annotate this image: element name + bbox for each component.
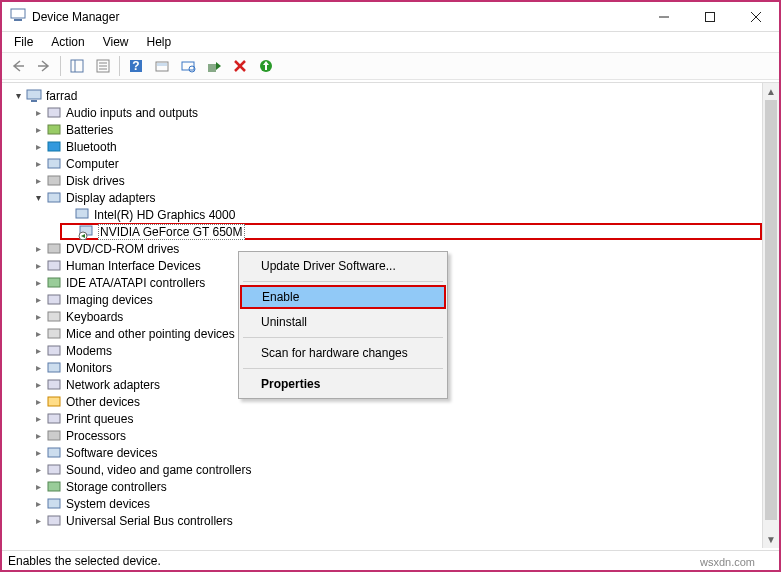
svg-rect-42 — [48, 346, 60, 355]
minimize-button[interactable] — [641, 2, 687, 32]
tree-item[interactable]: ▸Sound, video and game controllers — [32, 461, 762, 478]
tree-item[interactable]: ▸Batteries — [32, 121, 762, 138]
expand-icon[interactable]: ▸ — [32, 362, 44, 374]
back-button[interactable] — [6, 54, 30, 78]
expand-icon[interactable]: ▸ — [32, 260, 44, 272]
tree-root[interactable]: ▾farrad — [12, 87, 762, 104]
tree-item[interactable]: ▸Software devices — [32, 444, 762, 461]
expand-icon[interactable]: ▸ — [32, 158, 44, 170]
expand-icon[interactable]: ▸ — [32, 175, 44, 187]
ctx-separator — [243, 281, 443, 282]
device-icon — [46, 241, 62, 257]
enable-device-button[interactable] — [202, 54, 226, 78]
svg-rect-46 — [48, 414, 60, 423]
expand-icon[interactable]: ▸ — [32, 464, 44, 476]
expand-icon[interactable]: ▸ — [32, 107, 44, 119]
action-icon-button[interactable] — [150, 54, 174, 78]
expand-icon[interactable]: ▸ — [32, 379, 44, 391]
menubar: File Action View Help — [2, 32, 779, 52]
vertical-scrollbar[interactable]: ▲ ▼ — [762, 83, 779, 548]
device-icon — [46, 173, 62, 189]
expand-icon[interactable]: ▸ — [32, 124, 44, 136]
show-hide-tree-button[interactable] — [65, 54, 89, 78]
svg-rect-43 — [48, 363, 60, 372]
menu-view[interactable]: View — [95, 33, 137, 51]
menu-help[interactable]: Help — [139, 33, 180, 51]
close-button[interactable] — [733, 2, 779, 32]
display-adapter-icon — [78, 224, 94, 240]
scan-hardware-button[interactable] — [176, 54, 200, 78]
update-driver-button[interactable] — [254, 54, 278, 78]
forward-button[interactable] — [32, 54, 56, 78]
tree-item[interactable]: ▸Disk drives — [32, 172, 762, 189]
window-title: Device Manager — [32, 10, 641, 24]
expand-icon[interactable]: ▸ — [32, 447, 44, 459]
svg-rect-3 — [706, 12, 715, 21]
tree-item[interactable]: ▸Storage controllers — [32, 478, 762, 495]
device-icon — [46, 428, 62, 444]
ctx-uninstall[interactable]: Uninstall — [241, 310, 445, 334]
tree-item[interactable]: ▾Display adapters — [32, 189, 762, 206]
device-icon — [46, 462, 62, 478]
expand-icon[interactable]: ▸ — [32, 498, 44, 510]
expand-icon[interactable]: ▸ — [32, 515, 44, 527]
device-icon — [46, 258, 62, 274]
ctx-update-driver[interactable]: Update Driver Software... — [241, 254, 445, 278]
help-button[interactable]: ? — [124, 54, 148, 78]
tree-item[interactable]: ▸Print queues — [32, 410, 762, 427]
expand-icon[interactable]: ▸ — [32, 413, 44, 425]
tree-item[interactable]: ▸Universal Serial Bus controllers — [32, 512, 762, 529]
ctx-enable[interactable]: Enable — [240, 285, 446, 309]
app-icon — [10, 7, 26, 26]
expand-icon[interactable]: ▸ — [32, 141, 44, 153]
svg-rect-44 — [48, 380, 60, 389]
svg-rect-52 — [48, 516, 60, 525]
tree-item-child[interactable]: NVIDIA GeForce GT 650M — [60, 223, 762, 240]
scroll-up-button[interactable]: ▲ — [763, 83, 779, 100]
menu-file[interactable]: File — [6, 33, 41, 51]
expand-icon[interactable]: ▸ — [32, 311, 44, 323]
device-icon — [46, 326, 62, 342]
tree-item[interactable]: ▸Computer — [32, 155, 762, 172]
properties-button[interactable] — [91, 54, 115, 78]
scroll-down-button[interactable]: ▼ — [763, 531, 779, 548]
tree-item[interactable]: ▸Processors — [32, 427, 762, 444]
svg-rect-45 — [48, 397, 60, 406]
expand-icon[interactable]: ▸ — [32, 430, 44, 442]
content-area: ▾farrad▸Audio inputs and outputs▸Batteri… — [2, 82, 779, 548]
expand-icon[interactable]: ▸ — [32, 294, 44, 306]
device-icon — [46, 156, 62, 172]
svg-rect-31 — [48, 193, 60, 202]
expand-icon[interactable]: ▸ — [32, 481, 44, 493]
statusbar: Enables the selected device. — [2, 550, 779, 570]
scroll-thumb[interactable] — [765, 100, 777, 520]
device-icon — [46, 292, 62, 308]
tree-item-child[interactable]: Intel(R) HD Graphics 4000 — [60, 206, 762, 223]
device-icon — [46, 190, 62, 206]
svg-rect-29 — [48, 159, 60, 168]
tree-item[interactable]: ▸Bluetooth — [32, 138, 762, 155]
device-icon — [46, 139, 62, 155]
menu-action[interactable]: Action — [43, 33, 92, 51]
expand-icon[interactable]: ▸ — [32, 277, 44, 289]
maximize-button[interactable] — [687, 2, 733, 32]
device-icon — [46, 105, 62, 121]
device-icon — [46, 275, 62, 291]
ctx-properties[interactable]: Properties — [241, 372, 445, 396]
uninstall-button[interactable] — [228, 54, 252, 78]
display-adapter-icon — [74, 207, 90, 223]
svg-rect-39 — [48, 295, 60, 304]
ctx-scan[interactable]: Scan for hardware changes — [241, 341, 445, 365]
expand-icon[interactable]: ▸ — [32, 396, 44, 408]
expand-icon[interactable]: ▸ — [32, 345, 44, 357]
tree-item[interactable]: ▸Audio inputs and outputs — [32, 104, 762, 121]
tree-item[interactable]: ▸System devices — [32, 495, 762, 512]
svg-rect-51 — [48, 499, 60, 508]
expand-icon[interactable]: ▸ — [32, 243, 44, 255]
device-icon — [46, 513, 62, 529]
expand-icon[interactable]: ▸ — [32, 328, 44, 340]
expand-icon[interactable]: ▾ — [12, 90, 24, 102]
toolbar: ? — [2, 52, 779, 80]
svg-rect-15 — [157, 63, 167, 66]
expand-icon[interactable]: ▾ — [32, 192, 44, 204]
